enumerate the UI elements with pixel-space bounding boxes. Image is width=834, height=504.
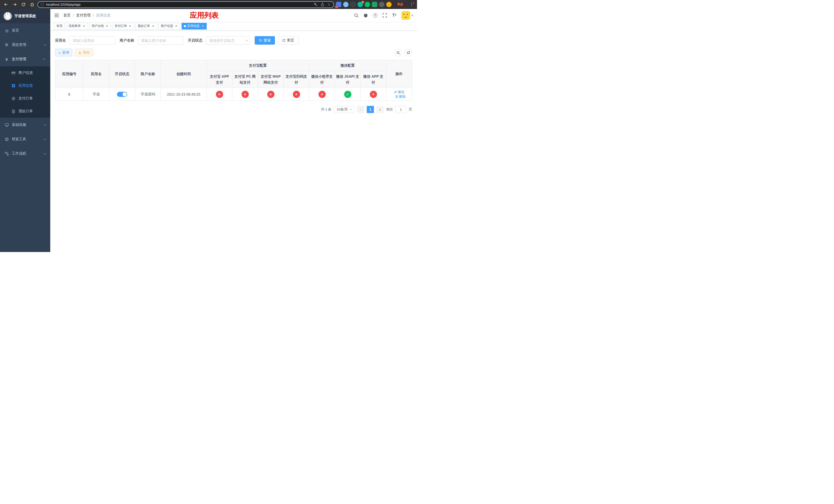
col-actions: 操作 — [386, 60, 412, 88]
avatar[interactable] — [401, 11, 410, 20]
next-page-button[interactable]: › — [376, 106, 384, 113]
table-row: 6 芋道 芋道源码 2021-10-23 08:49:25 × × × × × … — [56, 88, 412, 101]
tab-退款订单[interactable]: 退款订单× — [135, 23, 157, 29]
wechat-mini-status-icon: × — [319, 91, 326, 98]
search-button[interactable]: 搜索 — [255, 36, 275, 45]
tab-应用信息[interactable]: 应用信息× — [181, 23, 207, 29]
extension-icon-8[interactable] — [386, 2, 392, 7]
sidebar-item-label: 基础设施 — [12, 122, 26, 127]
tab-label: 退款订单 — [138, 24, 150, 28]
edit-link[interactable]: 修改 — [394, 90, 404, 94]
font-size-button[interactable]: TT — [392, 13, 397, 18]
chevron-down-icon — [44, 43, 46, 46]
sidebar-item-infrastructure[interactable]: 基础设施 — [0, 118, 50, 132]
page-1-button[interactable]: 1 — [367, 106, 374, 113]
github-icon — [364, 13, 368, 18]
delete-link[interactable]: 删除 — [395, 94, 406, 99]
tab-close-icon[interactable]: × — [151, 24, 155, 28]
extension-badge: 10 — [335, 6, 338, 8]
back-button[interactable] — [3, 1, 9, 8]
status-select-input[interactable] — [206, 36, 250, 45]
extension-icon-3[interactable] — [350, 2, 356, 7]
export-button[interactable]: 导出 — [75, 49, 93, 56]
table-toolbar: + 新增 导出 — [55, 49, 412, 56]
fullscreen-icon — [382, 13, 387, 18]
search-icon — [259, 39, 262, 42]
add-button[interactable]: + 新增 — [55, 49, 72, 56]
browser-menu-button[interactable]: ⋮ — [409, 2, 414, 7]
wechat-jsapi-status-icon: ✓ — [344, 91, 351, 98]
info-icon[interactable]: i — [41, 3, 44, 6]
sidebar-item-dev-tools[interactable]: 研发工具 — [0, 132, 50, 146]
sidebar-item-merchant-info[interactable]: 商户信息 — [0, 66, 50, 79]
sidebar-item-refund-order[interactable]: 退款订单 — [0, 105, 50, 118]
url-text[interactable]: localhost:1024/pay/app — [46, 3, 312, 6]
app-shell: 芋道管理系统 首页 ⚙ 系统管理 ¥ 支付管理 商户信息 — [0, 9, 417, 252]
tab-首页[interactable]: 首页 — [54, 23, 65, 29]
extension-icon-1[interactable]: 10 — [336, 2, 341, 7]
page-size-select[interactable]: 10条/页 ▾ — [334, 106, 354, 113]
tags-view: 首页流程表单×用户分组×支付订单×退款订单×商户信息×应用信息× — [50, 22, 417, 30]
status-toggle[interactable] — [117, 92, 127, 97]
sidebar-item-workflow[interactable]: 工作流程 — [0, 146, 50, 161]
tab-商户信息[interactable]: 商户信息× — [158, 23, 180, 29]
github-button[interactable] — [364, 13, 368, 18]
browser-update-button[interactable]: 更新 — [394, 1, 407, 8]
sidebar-item-pay-order[interactable]: 支付订单 — [0, 92, 50, 105]
download-icon — [78, 51, 82, 54]
cube-icon — [5, 137, 9, 141]
sidebar-item-label: 研发工具 — [12, 137, 26, 141]
refresh-table-button[interactable] — [404, 49, 412, 56]
extension-icon-6[interactable] — [372, 2, 377, 7]
key-icon[interactable] — [314, 3, 317, 6]
sidebar-item-home[interactable]: 首页 — [0, 23, 50, 38]
breadcrumb-current: 应用信息 — [96, 13, 111, 18]
extension-icon-5[interactable] — [365, 2, 370, 7]
reload-button[interactable] — [20, 1, 27, 8]
sidebar-logo[interactable]: 芋道管理系统 — [0, 9, 50, 23]
sidebar-item-label: 退款订单 — [19, 109, 33, 114]
goto-page-input[interactable] — [395, 106, 406, 113]
breadcrumb-section[interactable]: 支付管理 — [76, 13, 90, 18]
star-icon[interactable]: ☆ — [328, 3, 331, 6]
share-icon[interactable] — [321, 3, 324, 6]
hamburger-icon[interactable] — [54, 13, 59, 18]
yen-icon: ¥ — [5, 57, 9, 61]
help-button[interactable]: ? — [373, 13, 378, 18]
search-icon — [354, 13, 358, 18]
tab-close-icon[interactable]: × — [201, 24, 204, 28]
breadcrumb-home[interactable]: 首页 — [63, 13, 70, 18]
col-alipay-pc: 支付宝 PC 网站支付 — [232, 71, 258, 88]
tab-close-icon[interactable]: × — [82, 24, 86, 28]
fullscreen-button[interactable] — [382, 13, 387, 18]
tab-支付订单[interactable]: 支付订单× — [112, 23, 134, 29]
sidebar-item-app-info[interactable]: 应用信息 — [0, 79, 50, 92]
tab-close-icon[interactable]: × — [174, 24, 178, 28]
tab-用户分组[interactable]: 用户分组× — [89, 23, 111, 29]
forward-button[interactable] — [11, 1, 18, 8]
app-title: 芋道管理系统 — [14, 14, 36, 19]
extension-icon-4[interactable]: 1 — [357, 2, 363, 7]
sidebar: 芋道管理系统 首页 ⚙ 系统管理 ¥ 支付管理 商户信息 — [0, 9, 50, 252]
app-name-input[interactable] — [69, 36, 115, 45]
toggle-search-button[interactable] — [394, 49, 402, 56]
reset-button[interactable]: 重置 — [278, 36, 298, 45]
cell-created: 2021-10-23 08:49:25 — [161, 88, 207, 101]
user-menu[interactable]: ▾ — [401, 11, 413, 20]
prev-page-button[interactable]: ‹ — [357, 106, 364, 113]
header-search-button[interactable] — [354, 13, 359, 18]
sidebar-item-payment[interactable]: ¥ 支付管理 — [0, 52, 50, 66]
home-button[interactable] — [29, 1, 36, 8]
status-select[interactable]: ▾ — [206, 36, 250, 45]
home-icon — [30, 2, 35, 7]
merchant-name-input[interactable] — [138, 36, 183, 45]
tab-流程表单[interactable]: 流程表单× — [66, 23, 88, 29]
extension-icon-7[interactable] — [379, 2, 385, 7]
navbar-actions: ? TT ▾ — [354, 11, 413, 20]
extension-icon-2[interactable] — [343, 2, 349, 7]
tab-close-icon[interactable]: × — [105, 24, 109, 28]
sidebar-item-system[interactable]: ⚙ 系统管理 — [0, 38, 50, 52]
cell-app-name: 芋道 — [83, 88, 109, 101]
tab-close-icon[interactable]: × — [128, 24, 132, 28]
url-bar[interactable]: i localhost:1024/pay/app ☆ — [38, 1, 334, 8]
